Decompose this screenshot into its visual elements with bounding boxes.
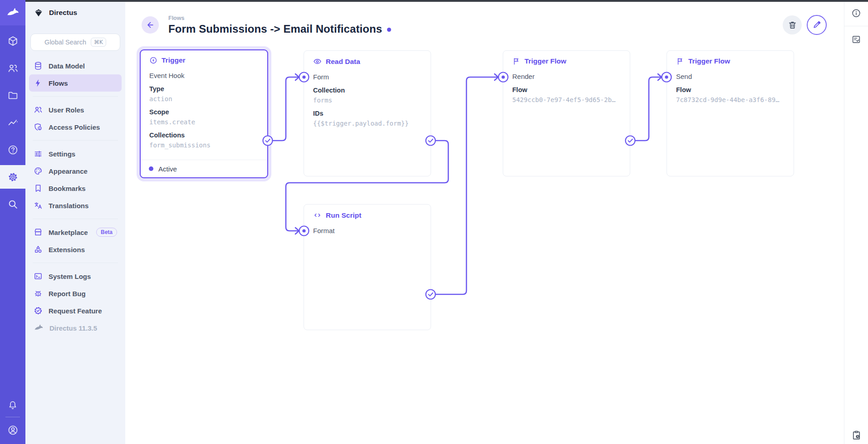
- field-label: IDs: [313, 109, 422, 118]
- project-switcher[interactable]: Directus: [25, 0, 125, 25]
- sidebar-item-label: Translations: [49, 202, 88, 210]
- sidebar-divider: [33, 96, 118, 97]
- edit-button[interactable]: [807, 15, 827, 35]
- user-circle-icon: [7, 424, 19, 436]
- navigation-sidebar: Directus Global Search ⌘K Data Model Flo…: [25, 0, 125, 444]
- sidebar-item-appearance[interactable]: Appearance: [29, 162, 122, 180]
- global-search-input[interactable]: Global Search ⌘K: [30, 34, 120, 51]
- breadcrumb[interactable]: Flows: [168, 15, 391, 21]
- activity-icon: [7, 117, 19, 128]
- sidebar-item-system-logs[interactable]: System Logs: [29, 268, 122, 285]
- field-value: items.create: [149, 117, 259, 127]
- flow-notices-button[interactable]: [844, 26, 868, 53]
- sidebar-item-flows[interactable]: Flows: [29, 74, 122, 92]
- active-dot: [149, 166, 153, 171]
- arrow-left-icon: [146, 20, 155, 29]
- module-user-directory[interactable]: [0, 56, 25, 80]
- wire-arrowhead: [295, 228, 299, 234]
- module-insights[interactable]: [0, 111, 25, 134]
- field-value: action: [149, 94, 259, 103]
- sidebar-item-settings[interactable]: Settings: [29, 145, 122, 162]
- sidebar-item-data-model[interactable]: Data Model: [29, 57, 122, 74]
- app-version: Directus 11.3.5: [29, 319, 122, 337]
- sidebar-item-extensions[interactable]: Extensions: [29, 241, 122, 258]
- delete-button[interactable]: [783, 15, 802, 34]
- sidebar-item-label: Marketplace: [49, 229, 88, 236]
- activity-log-button[interactable]: [844, 430, 868, 440]
- module-file-library[interactable]: [0, 83, 25, 107]
- info-button[interactable]: [844, 0, 868, 26]
- module-search[interactable]: [0, 192, 25, 216]
- panel-name: Send: [676, 72, 785, 81]
- bookmark-icon: [34, 184, 43, 193]
- sidebar-item-access-policies[interactable]: Access Policies: [29, 118, 122, 136]
- panel-name: Format: [313, 226, 422, 235]
- version-label: Directus 11.3.5: [49, 324, 97, 332]
- seal-check-icon: [34, 306, 43, 315]
- sidebar-item-bookmarks[interactable]: Bookmarks: [29, 180, 122, 197]
- sidebar-divider: [33, 263, 118, 263]
- search-shortcut-key: ⌘K: [91, 38, 106, 47]
- sidebar-item-report-bug[interactable]: Report Bug: [29, 285, 122, 302]
- window-top-edge: [25, 0, 868, 2]
- sidebar-item-label: Access Policies: [49, 123, 100, 131]
- module-settings[interactable]: [0, 165, 25, 189]
- translate-icon: [34, 201, 43, 210]
- page-header: Flows Form Submissions -> Email Notifica…: [125, 0, 844, 44]
- module-content[interactable]: [0, 29, 25, 53]
- sidebar-item-marketplace[interactable]: Marketplace Beta: [29, 224, 122, 241]
- flow-panel-run-script[interactable]: Run Script Format: [304, 204, 431, 330]
- notifications-button[interactable]: [0, 394, 25, 415]
- field-label: Scope: [149, 107, 259, 117]
- module-help[interactable]: [0, 138, 25, 161]
- flow-panel-trigger[interactable]: Trigger Event Hook Type action Scope ite…: [140, 49, 268, 178]
- field-value: form_submissions: [149, 141, 259, 150]
- back-button[interactable]: [142, 16, 159, 34]
- flow-panel-read-data[interactable]: Read Data Form Collection forms IDs {{$t…: [304, 50, 431, 176]
- sidebar-divider: [33, 219, 118, 219]
- sidebar-item-label: System Logs: [49, 273, 91, 280]
- sidebar-item-label: Request Feature: [49, 307, 102, 315]
- flag-icon: [512, 57, 520, 65]
- rail-bottom-group: [0, 394, 25, 441]
- account-button[interactable]: [0, 419, 25, 441]
- project-name: Directus: [49, 9, 77, 17]
- sidebar-item-label: Appearance: [49, 167, 88, 175]
- field-value: 5429ccb0-7e97-4ef5-9d65-2b…: [512, 95, 621, 104]
- sidebar-item-translations[interactable]: Translations: [29, 197, 122, 214]
- users-icon: [34, 105, 43, 114]
- flow-panel-trigger-flow-send[interactable]: Trigger Flow Send Flow 7c8732cd-9d9e-44b…: [667, 50, 794, 176]
- rabbit-icon: [34, 323, 44, 333]
- trigger-status: Active: [141, 160, 267, 177]
- flow-canvas[interactable]: Trigger Event Hook Type action Scope ite…: [125, 0, 844, 444]
- sidebar-divider: [33, 140, 118, 141]
- title-block: Flows Form Submissions -> Email Notifica…: [168, 15, 391, 35]
- field-value: 7c8732cd-9d9e-44be-a3f6-89…: [676, 95, 785, 104]
- field-label: Flow: [676, 85, 785, 94]
- active-label: Active: [158, 165, 177, 173]
- panel-title: Trigger: [162, 56, 186, 64]
- panel-title: Run Script: [326, 211, 361, 220]
- sidebar-item-label: Data Model: [49, 62, 85, 70]
- panel-name: Render: [512, 72, 621, 81]
- search-placeholder: Global Search: [44, 39, 86, 46]
- shield-user-icon: [34, 122, 43, 132]
- wire-arrowhead: [295, 74, 299, 80]
- extensions-icon: [34, 245, 43, 254]
- search-icon: [7, 199, 19, 210]
- sidebar-item-request-feature[interactable]: Request Feature: [29, 302, 122, 319]
- sidebar-item-label: Flows: [49, 79, 68, 87]
- field-label: Collections: [149, 131, 259, 140]
- sidebar-item-user-roles[interactable]: User Roles: [29, 101, 122, 118]
- sidebar-item-label: User Roles: [49, 106, 84, 114]
- wire-run-script-to-render: [436, 77, 497, 294]
- field-label: Type: [149, 84, 259, 93]
- directus-logo-button[interactable]: [0, 0, 25, 25]
- tune-icon: [34, 149, 43, 158]
- field-label: Collection: [313, 86, 422, 95]
- sidebar-item-label: Extensions: [49, 246, 85, 254]
- panel-name: Form: [313, 73, 422, 82]
- gear-icon: [7, 171, 19, 183]
- flow-panel-trigger-flow-render[interactable]: Trigger Flow Render Flow 5429ccb0-7e97-4…: [503, 50, 630, 176]
- panel-title: Trigger Flow: [688, 57, 730, 65]
